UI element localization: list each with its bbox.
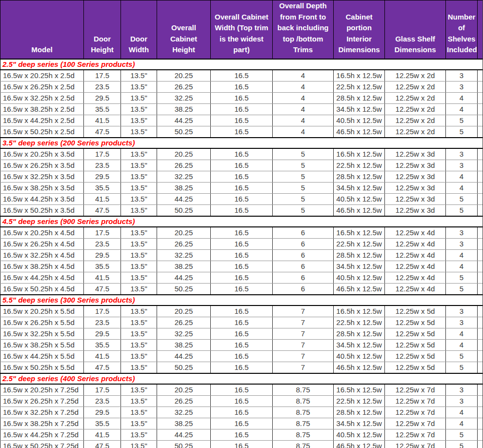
- sliver-cell: [478, 193, 483, 204]
- table-cell: 16.5: [211, 103, 273, 115]
- table-cell: 22.5h x 12.5w: [334, 81, 385, 92]
- section-title: 4.5" deep series (900 Series products): [0, 216, 483, 227]
- section-4: 2.5" deep series (400 Series products)16…: [0, 373, 483, 448]
- table-row: 16.5w x 38.25h x 7.25d35.513.5"38.2516.5…: [0, 418, 483, 429]
- table-cell: 6: [273, 272, 334, 283]
- table-cell: 4: [446, 261, 478, 272]
- table-cell: 3: [446, 70, 478, 81]
- table-cell: 35.5: [84, 182, 121, 193]
- table-cell: 13.5": [121, 305, 157, 317]
- table-cell: 34.5h x 12.5w: [334, 261, 385, 272]
- table-cell: 28.5h x 12.5w: [334, 92, 385, 103]
- table-row: 16.5w x 26.25h x 5.5d23.513.5"26.2516.57…: [0, 317, 483, 328]
- section-title: 5.5" deep series (300 Series products): [0, 295, 483, 305]
- table-cell: 4: [446, 182, 478, 193]
- table-cell: 16.5: [211, 440, 273, 448]
- model-cell: 16.5w x 38.25h x 4.5d: [0, 261, 84, 272]
- table-cell: 16.5: [211, 429, 273, 440]
- table-cell: 12.25w x 4d: [385, 238, 446, 249]
- table-cell: 26.25: [157, 81, 211, 92]
- section-0: 2.5" deep series (100 Series products)16…: [0, 59, 483, 138]
- table-cell: 46.5h x 12.5w: [334, 362, 385, 373]
- table-cell: 16.5: [211, 305, 273, 317]
- sliver-cell: [478, 103, 483, 115]
- table-cell: 3: [446, 148, 478, 160]
- table-cell: 16.5: [211, 115, 273, 126]
- table-cell: 28.5h x 12.5w: [334, 328, 385, 339]
- table-cell: 22.5h x 12.5w: [334, 317, 385, 328]
- table-cell: 8.75: [273, 395, 334, 407]
- table-cell: 4: [273, 126, 334, 138]
- table-cell: 13.5": [121, 249, 157, 261]
- model-cell: 16.5w x 20.25h x 3.5d: [0, 148, 84, 160]
- table-row: 16.5w x 20.25h x 3.5d17.513.5"20.2516.55…: [0, 148, 483, 160]
- table-row: 16.5w x 20.25h x 4.5d17.513.5"20.2516.56…: [0, 227, 483, 239]
- table-cell: 16.5: [211, 362, 273, 373]
- table-cell: 12.25w x 2d: [385, 81, 446, 92]
- model-cell: 16.5w x 50.25h x 7.25d: [0, 440, 84, 448]
- table-cell: 12.25w x 7d: [385, 418, 446, 429]
- table-cell: 7: [273, 305, 334, 317]
- table-cell: 41.5: [84, 429, 121, 440]
- header-cell-0: Model: [0, 0, 84, 59]
- table-cell: 13.5": [121, 317, 157, 328]
- model-cell: 16.5w x 38.25h x 5.5d: [0, 339, 84, 350]
- table-cell: 32.25: [157, 249, 211, 261]
- table-cell: 16.5: [211, 148, 273, 160]
- table-cell: 16.5: [211, 92, 273, 103]
- table-row: 16.5w x 44.25h x 5.5d41.513.5"44.2516.57…: [0, 350, 483, 362]
- table-cell: 16.5h x 12.5w: [334, 148, 385, 160]
- model-cell: 16.5w x 44.25h x 5.5d: [0, 350, 84, 362]
- table-cell: 5: [446, 272, 478, 283]
- table-row: 16.5w x 26.25h x 7.25d23.513.5"26.2516.5…: [0, 395, 483, 407]
- table-cell: 23.5: [84, 317, 121, 328]
- table-cell: 40.5h x 12.5w: [334, 272, 385, 283]
- table-cell: 16.5: [211, 418, 273, 429]
- table-cell: 12.25w x 7d: [385, 440, 446, 448]
- table-cell: 13.5": [121, 115, 157, 126]
- model-cell: 16.5w x 26.25h x 5.5d: [0, 317, 84, 328]
- table-row: 16.5w x 38.25h x 5.5d35.513.5"38.2516.57…: [0, 339, 483, 350]
- table-cell: 5: [446, 362, 478, 373]
- table-cell: 29.5: [84, 407, 121, 418]
- table-row: 16.5w x 32.25h x 3.5d29.513.5"32.2516.55…: [0, 171, 483, 182]
- table-cell: 5: [273, 171, 334, 182]
- model-cell: 16.5w x 26.25h x 2.5d: [0, 81, 84, 92]
- model-cell: 16.5w x 50.25h x 4.5d: [0, 283, 84, 295]
- header-cell-2: Door Width: [121, 0, 157, 59]
- table-cell: 4: [273, 103, 334, 115]
- table-cell: 16.5: [211, 227, 273, 239]
- table-cell: 16.5: [211, 193, 273, 204]
- table-row: 16.5w x 44.25h x 3.5d41.513.5"44.2516.55…: [0, 193, 483, 204]
- table-cell: 35.5: [84, 261, 121, 272]
- sliver-cell: [478, 92, 483, 103]
- model-cell: 16.5w x 20.25h x 5.5d: [0, 305, 84, 317]
- sliver-cell: [478, 283, 483, 295]
- table-row: 16.5w x 32.25h x 5.5d29.513.5"32.2516.57…: [0, 328, 483, 339]
- table-cell: 20.25: [157, 227, 211, 239]
- table-cell: 12.25w x 5d: [385, 328, 446, 339]
- table-cell: 7: [273, 362, 334, 373]
- table-cell: 47.5: [84, 126, 121, 138]
- table-cell: 41.5: [84, 115, 121, 126]
- section-header-row: 3.5" deep series (200 Series products): [0, 138, 483, 148]
- table-row: 16.5w x 50.25h x 3.5d47.513.5"50.2516.55…: [0, 204, 483, 216]
- sliver-cell: [478, 317, 483, 328]
- table-cell: 46.5h x 12.5w: [334, 283, 385, 295]
- table-cell: 13.5": [121, 429, 157, 440]
- spec-table: ModelDoor HeightDoor WidthOverall Cabine…: [0, 0, 483, 448]
- table-cell: 13.5": [121, 362, 157, 373]
- model-cell: 16.5w x 32.25h x 5.5d: [0, 328, 84, 339]
- sliver-cell: [478, 148, 483, 160]
- table-cell: 13.5": [121, 160, 157, 171]
- model-cell: 16.5w x 38.25h x 2.5d: [0, 103, 84, 115]
- table-row: 16.5w x 38.25h x 4.5d35.513.5"38.2516.56…: [0, 261, 483, 272]
- table-row: 16.5w x 26.25h x 4.5d23.513.5"26.2516.56…: [0, 238, 483, 249]
- table-cell: 13.5": [121, 171, 157, 182]
- table-cell: 13.5": [121, 193, 157, 204]
- table-cell: 16.5: [211, 261, 273, 272]
- table-cell: 50.25: [157, 204, 211, 216]
- table-cell: 16.5h x 12.5w: [334, 384, 385, 396]
- sliver-cell: [478, 126, 483, 138]
- table-cell: 50.25: [157, 126, 211, 138]
